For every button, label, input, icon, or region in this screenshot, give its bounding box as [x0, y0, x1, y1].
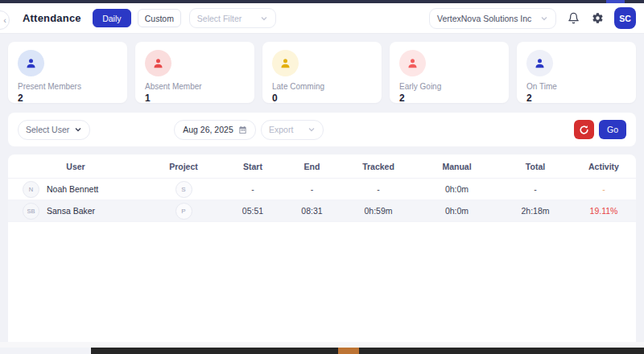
person-icon [399, 50, 426, 76]
table-header-activity: Activity [572, 162, 636, 171]
end-cell: - [282, 184, 342, 194]
refresh-button[interactable] [574, 120, 594, 139]
filter-actions: Go [574, 120, 626, 139]
user-avatar[interactable]: SC [614, 7, 636, 29]
daily-tab-button[interactable]: Daily [93, 9, 131, 27]
date-value: Aug 26, 2025 [183, 125, 233, 134]
user-cell: SB Sansa Baker [8, 203, 143, 220]
stat-card: Early Going 2 [390, 42, 509, 103]
start-cell: - [224, 184, 282, 194]
user-cell: N Noah Bennett [8, 181, 143, 198]
stat-card-value: 0 [272, 93, 372, 104]
select-user-dropdown[interactable]: Select User [18, 120, 90, 140]
person-icon [18, 50, 44, 76]
user-name: Noah Bennett [47, 184, 98, 194]
taskbar [91, 348, 644, 354]
stat-card-value: 2 [399, 93, 499, 104]
activity-cell: 19.11% [572, 206, 636, 216]
notifications-bell-icon[interactable] [566, 11, 580, 26]
table-header-end: End [282, 162, 342, 171]
person-icon [272, 50, 299, 76]
select-filter-placeholder: Select Filter [197, 14, 242, 23]
calendar-icon [238, 126, 247, 134]
date-picker[interactable]: Aug 26, 2025 [174, 120, 256, 140]
select-filter-dropdown[interactable]: Select Filter [189, 8, 276, 28]
company-name: VertexNova Solutions Inc [437, 14, 531, 23]
stat-card-label: Present Members [18, 82, 118, 91]
table-row[interactable]: N Noah Bennett S - - - 0h:0m - - [8, 179, 636, 200]
table-header-start: Start [224, 162, 282, 171]
export-dropdown[interactable]: Export [261, 120, 324, 140]
stat-cards-row: Present Members 2 Absent Member 1 Late C… [8, 42, 636, 103]
stat-card-label: On Time [526, 82, 626, 91]
table-header-user: User [8, 162, 143, 171]
person-icon [145, 50, 171, 76]
select-user-placeholder: Select User [26, 125, 69, 134]
activity-cell: - [572, 184, 636, 194]
table-header-project: Project [143, 162, 224, 171]
chevron-down-icon [308, 126, 316, 134]
header-right-group: VertexNova Solutions Inc SC [429, 7, 636, 29]
manual-cell: 0h:0m [415, 206, 499, 216]
project-cell: S [143, 181, 224, 198]
user-initials-avatar: SB [23, 203, 39, 220]
tracked-cell: - [342, 184, 415, 194]
stat-card-value: 2 [526, 93, 626, 104]
filter-panel: Select User Aug 26, 2025 Export Go [8, 113, 636, 146]
total-cell: 2h:18m [499, 206, 572, 216]
stat-card-value: 1 [145, 93, 245, 104]
person-icon [526, 50, 553, 76]
go-button[interactable]: Go [599, 120, 626, 139]
company-dropdown[interactable]: VertexNova Solutions Inc [429, 8, 556, 29]
stat-card: Present Members 2 [8, 42, 127, 103]
table-header-tracked: Tracked [342, 162, 415, 171]
stat-card-label: Absent Member [145, 82, 245, 91]
attendance-table: UserProjectStartEndTrackedManualTotalAct… [8, 154, 636, 342]
stat-card: On Time 2 [517, 42, 636, 103]
chevron-down-icon [260, 14, 268, 23]
stat-card-label: Early Going [399, 82, 499, 91]
header-bar: ‹ Attendance Daily Custom Select Filter … [0, 3, 644, 34]
settings-gear-icon[interactable] [590, 11, 605, 26]
project-badge: S [175, 181, 192, 198]
total-cell: - [499, 184, 572, 194]
chevron-down-icon [540, 14, 548, 23]
manual-cell: 0h:0m [415, 184, 499, 194]
stat-card: Absent Member 1 [135, 42, 254, 103]
tracked-cell: 0h:59m [342, 206, 415, 216]
stat-card-value: 2 [18, 93, 118, 104]
user-name: Sansa Baker [47, 206, 95, 216]
page-title: Attendance [23, 12, 81, 24]
table-header-total: Total [499, 162, 572, 171]
user-initials-avatar: N [23, 181, 39, 198]
sidebar-collapse-button[interactable]: ‹ [0, 10, 10, 30]
stat-card-label: Late Comming [272, 82, 372, 91]
bottom-light-strip [0, 342, 644, 348]
stat-card: Late Comming 0 [262, 42, 382, 103]
table-header-row: UserProjectStartEndTrackedManualTotalAct… [8, 154, 636, 179]
end-cell: 08:31 [282, 206, 342, 216]
start-cell: 05:51 [224, 206, 282, 216]
custom-tab-button[interactable]: Custom [138, 9, 181, 27]
refresh-icon [579, 125, 589, 135]
table-body: N Noah Bennett S - - - 0h:0m - - SB Sans… [8, 179, 636, 222]
project-badge: P [175, 203, 192, 220]
table-row[interactable]: SB Sansa Baker P 05:51 08:31 0h:59m 0h:0… [8, 200, 636, 222]
table-header-manual: Manual [415, 162, 499, 171]
project-cell: P [143, 203, 224, 220]
export-placeholder: Export [269, 125, 293, 134]
taskbar-active-app [338, 348, 359, 354]
chevron-down-icon [74, 126, 82, 134]
